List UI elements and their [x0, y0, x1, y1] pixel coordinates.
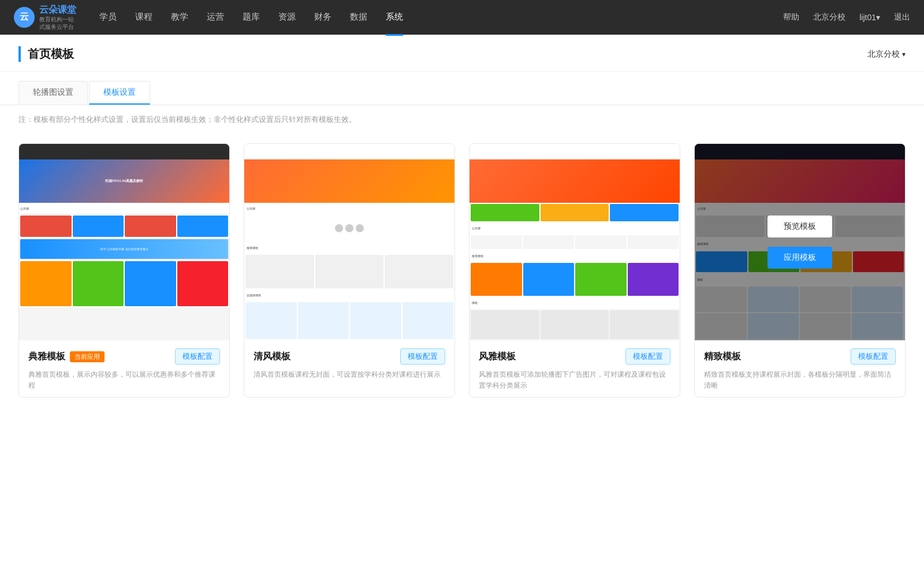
- tabs-container: 轮播图设置 模板设置: [0, 72, 924, 105]
- card-desc-fengya: 风雅首页模板可添加轮播图下广告图片，可对课程及课程包设置学科分类展示: [479, 369, 670, 391]
- template-preview-jingzhi: 公开课 推荐课程 课程: [695, 144, 905, 340]
- template-preview-dianye: 托福TPO1-54真题及解析 公开课 30天 让你摆脱平庸 知识使你更有魅力: [19, 144, 229, 340]
- card-desc-dianye: 典雅首页模板，展示内容较多，可以展示优惠券和多个推荐课程: [28, 369, 220, 391]
- btn-config-qingfeng[interactable]: 模板配置: [400, 348, 445, 365]
- card-title-fengya: 风雅模板: [479, 351, 516, 363]
- nav-item-teaching[interactable]: 教学: [171, 9, 188, 25]
- tab-template[interactable]: 模板设置: [89, 81, 150, 105]
- btn-config-dianye[interactable]: 模板配置: [175, 348, 220, 365]
- nav-item-system[interactable]: 系统: [386, 9, 403, 25]
- card-footer-jingzhi: 精致模板 模板配置 精致首页模板支持课程展示封面，各模板分隔明显，界面简洁清晰: [695, 340, 905, 397]
- logo[interactable]: 云 云朵课堂 教育机构一站 式服务云平台: [14, 4, 76, 31]
- page-header: 首页模板 北京分校: [0, 35, 924, 72]
- card-title-row-dianye: 典雅模板 当前应用 模板配置: [28, 348, 220, 365]
- btn-apply-jingzhi[interactable]: 应用模板: [767, 247, 832, 269]
- nav-item-resources[interactable]: 资源: [278, 9, 296, 25]
- template-overlay-jingzhi: 预览模板 应用模板: [695, 144, 905, 340]
- card-footer-qingfeng: 清风模板 模板配置 清风首页模板课程无封面，可设置按学科分类对课程进行展示: [244, 340, 454, 386]
- thumb-qingfeng: 公开课 推荐课程 全国讲师库: [244, 144, 454, 340]
- content-area: 托福TPO1-54真题及解析 公开课 30天 让你摆脱平庸 知识使你更有魅力: [0, 134, 924, 421]
- nav-item-data[interactable]: 数据: [350, 9, 367, 25]
- nav-item-questions[interactable]: 题库: [243, 9, 260, 25]
- tabs: 轮播图设置 模板设置: [18, 81, 906, 105]
- template-card-dianye: 托福TPO1-54真题及解析 公开课 30天 让你摆脱平庸 知识使你更有魅力: [18, 143, 230, 398]
- nav-item-finance[interactable]: 财务: [314, 9, 331, 25]
- branch-selector[interactable]: 北京分校: [867, 49, 906, 60]
- logo-icon: 云: [14, 7, 35, 28]
- template-card-jingzhi: 公开课 推荐课程 课程: [694, 143, 906, 398]
- card-desc-qingfeng: 清风首页模板课程无封面，可设置按学科分类对课程进行展示: [254, 369, 445, 380]
- nav-menu: 学员 课程 教学 运营 题库 资源 财务 数据 系统: [99, 9, 403, 25]
- page: 首页模板 北京分校 轮播图设置 模板设置 注：模板有部分个性化样式设置，设置后仅…: [0, 35, 924, 572]
- btn-config-fengya[interactable]: 模板配置: [625, 348, 670, 365]
- card-footer-fengya: 风雅模板 模板配置 风雅首页模板可添加轮播图下广告图片，可对课程及课程包设置学科…: [470, 340, 680, 397]
- template-card-qingfeng: 公开课 推荐课程 全国讲师库: [244, 143, 455, 398]
- card-title-row-jingzhi: 精致模板 模板配置: [704, 348, 896, 365]
- badge-current-dianye: 当前应用: [70, 351, 105, 362]
- brand-name: 云朵课堂: [39, 4, 76, 16]
- logo-text: 云朵课堂 教育机构一站 式服务云平台: [39, 4, 76, 31]
- navbar: 云 云朵课堂 教育机构一站 式服务云平台 学员 课程 教学 运营 题库 资源 财…: [0, 0, 924, 35]
- navbar-left: 云 云朵课堂 教育机构一站 式服务云平台 学员 课程 教学 运营 题库 资源 财…: [14, 4, 403, 31]
- card-title-dianye: 典雅模板 当前应用: [28, 351, 105, 363]
- template-preview-fengya: 公开课 推荐课程: [470, 144, 680, 340]
- navbar-right: 帮助 北京分校 lijt01▾ 退出: [783, 12, 910, 23]
- notice-text: 注：模板有部分个性化样式设置，设置后仅当前模板生效；非个性化样式设置后只针对所有…: [0, 105, 924, 134]
- template-preview-qingfeng: 公开课 推荐课程 全国讲师库: [244, 144, 454, 340]
- btn-config-jingzhi[interactable]: 模板配置: [851, 348, 896, 365]
- template-grid: 托福TPO1-54真题及解析 公开课 30天 让你摆脱平庸 知识使你更有魅力: [18, 143, 906, 398]
- thumb-fengya: 公开课 推荐课程: [470, 144, 680, 340]
- nav-user[interactable]: lijt01▾: [859, 13, 880, 22]
- nav-item-students[interactable]: 学员: [99, 9, 117, 25]
- nav-item-courses[interactable]: 课程: [135, 9, 152, 25]
- card-title-jingzhi: 精致模板: [704, 351, 741, 363]
- page-title: 首页模板: [18, 46, 74, 62]
- card-desc-jingzhi: 精致首页模板支持课程展示封面，各模板分隔明显，界面简洁清晰: [704, 369, 896, 391]
- thumb-dianye: 托福TPO1-54真题及解析 公开课 30天 让你摆脱平庸 知识使你更有魅力: [19, 144, 229, 340]
- nav-logout[interactable]: 退出: [894, 12, 910, 23]
- template-card-fengya: 公开课 推荐课程: [469, 143, 680, 398]
- card-footer-dianye: 典雅模板 当前应用 模板配置 典雅首页模板，展示内容较多，可以展示优惠券和多个推…: [19, 340, 229, 397]
- card-title-qingfeng: 清风模板: [254, 351, 290, 363]
- nav-branch[interactable]: 北京分校: [813, 12, 845, 23]
- logo-sub: 教育机构一站 式服务云平台: [39, 16, 76, 31]
- nav-item-operations[interactable]: 运营: [207, 9, 224, 25]
- nav-help[interactable]: 帮助: [783, 12, 799, 23]
- btn-preview-jingzhi[interactable]: 预览模板: [767, 216, 832, 237]
- card-title-row-qingfeng: 清风模板 模板配置: [254, 348, 445, 365]
- card-title-row-fengya: 风雅模板 模板配置: [479, 348, 670, 365]
- tab-carousel[interactable]: 轮播图设置: [18, 81, 88, 105]
